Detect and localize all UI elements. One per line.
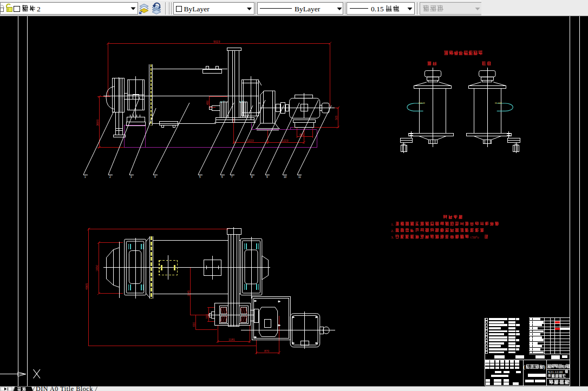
svg-text:2.: 2. bbox=[391, 229, 394, 233]
svg-text:1223: 1223 bbox=[282, 139, 288, 142]
svg-text:DIN A0 Title Block: DIN A0 Title Block bbox=[36, 385, 93, 391]
svg-text:500: 500 bbox=[205, 314, 208, 319]
svg-text:450: 450 bbox=[206, 100, 209, 105]
svg-text:2: 2 bbox=[37, 5, 41, 13]
svg-text:600: 600 bbox=[192, 322, 195, 327]
svg-text:ByLayer: ByLayer bbox=[295, 5, 321, 13]
svg-text:1650: 1650 bbox=[95, 265, 99, 271]
svg-text:≤50°c: ≤50°c bbox=[470, 235, 479, 240]
svg-text:870: 870 bbox=[264, 349, 269, 353]
svg-text:1181: 1181 bbox=[228, 338, 235, 341]
svg-text:11: 11 bbox=[298, 176, 301, 178]
svg-text:X21.12.00: X21.12.00 bbox=[548, 370, 564, 374]
svg-text:505: 505 bbox=[335, 115, 338, 120]
svg-text:3600: 3600 bbox=[96, 120, 99, 126]
svg-text:(: ( bbox=[524, 364, 526, 370]
svg-text:10: 10 bbox=[284, 176, 287, 178]
svg-text:): ) bbox=[544, 364, 546, 370]
svg-text:ByLayer: ByLayer bbox=[184, 5, 210, 13]
svg-text:0.15: 0.15 bbox=[371, 5, 384, 13]
svg-text:9023: 9023 bbox=[213, 40, 220, 43]
svg-text:1223: 1223 bbox=[247, 139, 253, 142]
svg-text:3.: 3. bbox=[391, 235, 394, 240]
svg-text:1845: 1845 bbox=[187, 290, 190, 296]
svg-text:1.: 1. bbox=[391, 222, 394, 227]
svg-text:4965: 4965 bbox=[85, 283, 88, 290]
